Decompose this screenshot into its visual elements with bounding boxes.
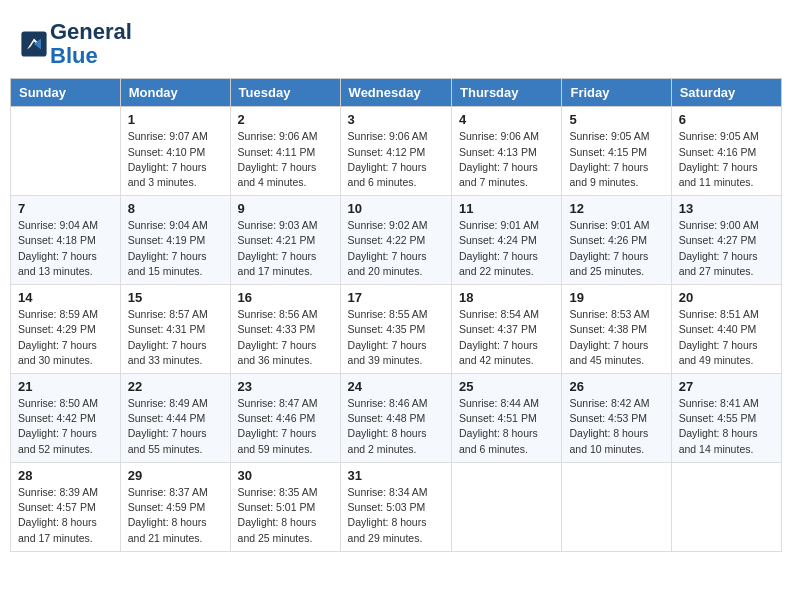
calendar-cell: 23Sunrise: 8:47 AM Sunset: 4:46 PM Dayli… (230, 374, 340, 463)
calendar-cell (562, 462, 671, 551)
calendar-cell: 18Sunrise: 8:54 AM Sunset: 4:37 PM Dayli… (452, 285, 562, 374)
day-info: Sunrise: 9:00 AM Sunset: 4:27 PM Dayligh… (679, 218, 774, 279)
day-info: Sunrise: 8:59 AM Sunset: 4:29 PM Dayligh… (18, 307, 113, 368)
col-header-monday: Monday (120, 79, 230, 107)
calendar-cell: 3Sunrise: 9:06 AM Sunset: 4:12 PM Daylig… (340, 107, 451, 196)
col-header-sunday: Sunday (11, 79, 121, 107)
day-number: 17 (348, 290, 444, 305)
calendar-cell: 25Sunrise: 8:44 AM Sunset: 4:51 PM Dayli… (452, 374, 562, 463)
calendar-cell: 9Sunrise: 9:03 AM Sunset: 4:21 PM Daylig… (230, 196, 340, 285)
day-info: Sunrise: 9:06 AM Sunset: 4:12 PM Dayligh… (348, 129, 444, 190)
calendar-cell: 8Sunrise: 9:04 AM Sunset: 4:19 PM Daylig… (120, 196, 230, 285)
calendar-cell: 20Sunrise: 8:51 AM Sunset: 4:40 PM Dayli… (671, 285, 781, 374)
calendar-cell: 14Sunrise: 8:59 AM Sunset: 4:29 PM Dayli… (11, 285, 121, 374)
day-info: Sunrise: 9:04 AM Sunset: 4:18 PM Dayligh… (18, 218, 113, 279)
calendar-cell: 10Sunrise: 9:02 AM Sunset: 4:22 PM Dayli… (340, 196, 451, 285)
day-number: 29 (128, 468, 223, 483)
day-info: Sunrise: 9:01 AM Sunset: 4:26 PM Dayligh… (569, 218, 663, 279)
day-info: Sunrise: 8:47 AM Sunset: 4:46 PM Dayligh… (238, 396, 333, 457)
calendar-cell: 13Sunrise: 9:00 AM Sunset: 4:27 PM Dayli… (671, 196, 781, 285)
day-info: Sunrise: 8:53 AM Sunset: 4:38 PM Dayligh… (569, 307, 663, 368)
logo: General Blue (20, 20, 132, 68)
day-info: Sunrise: 8:42 AM Sunset: 4:53 PM Dayligh… (569, 396, 663, 457)
day-info: Sunrise: 9:02 AM Sunset: 4:22 PM Dayligh… (348, 218, 444, 279)
day-number: 6 (679, 112, 774, 127)
day-number: 13 (679, 201, 774, 216)
day-number: 20 (679, 290, 774, 305)
col-header-friday: Friday (562, 79, 671, 107)
day-info: Sunrise: 8:46 AM Sunset: 4:48 PM Dayligh… (348, 396, 444, 457)
week-row-1: 1Sunrise: 9:07 AM Sunset: 4:10 PM Daylig… (11, 107, 782, 196)
week-row-2: 7Sunrise: 9:04 AM Sunset: 4:18 PM Daylig… (11, 196, 782, 285)
day-info: Sunrise: 9:06 AM Sunset: 4:13 PM Dayligh… (459, 129, 554, 190)
calendar-cell: 11Sunrise: 9:01 AM Sunset: 4:24 PM Dayli… (452, 196, 562, 285)
day-number: 31 (348, 468, 444, 483)
day-number: 28 (18, 468, 113, 483)
calendar-cell: 12Sunrise: 9:01 AM Sunset: 4:26 PM Dayli… (562, 196, 671, 285)
calendar-header-row: SundayMondayTuesdayWednesdayThursdayFrid… (11, 79, 782, 107)
logo-icon (20, 30, 48, 58)
day-number: 1 (128, 112, 223, 127)
day-number: 18 (459, 290, 554, 305)
calendar-cell: 6Sunrise: 9:05 AM Sunset: 4:16 PM Daylig… (671, 107, 781, 196)
calendar-cell: 16Sunrise: 8:56 AM Sunset: 4:33 PM Dayli… (230, 285, 340, 374)
page-header: General Blue (10, 10, 782, 73)
day-number: 23 (238, 379, 333, 394)
day-number: 22 (128, 379, 223, 394)
day-info: Sunrise: 9:07 AM Sunset: 4:10 PM Dayligh… (128, 129, 223, 190)
logo-text: General Blue (50, 20, 132, 68)
day-info: Sunrise: 8:35 AM Sunset: 5:01 PM Dayligh… (238, 485, 333, 546)
day-number: 7 (18, 201, 113, 216)
calendar-cell: 30Sunrise: 8:35 AM Sunset: 5:01 PM Dayli… (230, 462, 340, 551)
day-info: Sunrise: 9:06 AM Sunset: 4:11 PM Dayligh… (238, 129, 333, 190)
calendar-cell: 2Sunrise: 9:06 AM Sunset: 4:11 PM Daylig… (230, 107, 340, 196)
calendar-cell: 15Sunrise: 8:57 AM Sunset: 4:31 PM Dayli… (120, 285, 230, 374)
day-info: Sunrise: 8:34 AM Sunset: 5:03 PM Dayligh… (348, 485, 444, 546)
calendar-cell: 1Sunrise: 9:07 AM Sunset: 4:10 PM Daylig… (120, 107, 230, 196)
calendar-cell: 29Sunrise: 8:37 AM Sunset: 4:59 PM Dayli… (120, 462, 230, 551)
calendar-cell: 4Sunrise: 9:06 AM Sunset: 4:13 PM Daylig… (452, 107, 562, 196)
calendar-cell (452, 462, 562, 551)
col-header-saturday: Saturday (671, 79, 781, 107)
day-number: 8 (128, 201, 223, 216)
col-header-wednesday: Wednesday (340, 79, 451, 107)
day-number: 9 (238, 201, 333, 216)
day-number: 30 (238, 468, 333, 483)
calendar-cell: 7Sunrise: 9:04 AM Sunset: 4:18 PM Daylig… (11, 196, 121, 285)
day-info: Sunrise: 9:04 AM Sunset: 4:19 PM Dayligh… (128, 218, 223, 279)
day-number: 14 (18, 290, 113, 305)
day-number: 15 (128, 290, 223, 305)
day-number: 11 (459, 201, 554, 216)
day-info: Sunrise: 9:05 AM Sunset: 4:16 PM Dayligh… (679, 129, 774, 190)
calendar-cell: 26Sunrise: 8:42 AM Sunset: 4:53 PM Dayli… (562, 374, 671, 463)
day-info: Sunrise: 8:54 AM Sunset: 4:37 PM Dayligh… (459, 307, 554, 368)
calendar-cell: 5Sunrise: 9:05 AM Sunset: 4:15 PM Daylig… (562, 107, 671, 196)
calendar-cell (11, 107, 121, 196)
calendar-cell: 27Sunrise: 8:41 AM Sunset: 4:55 PM Dayli… (671, 374, 781, 463)
calendar-cell: 22Sunrise: 8:49 AM Sunset: 4:44 PM Dayli… (120, 374, 230, 463)
day-number: 19 (569, 290, 663, 305)
day-number: 27 (679, 379, 774, 394)
calendar-body: 1Sunrise: 9:07 AM Sunset: 4:10 PM Daylig… (11, 107, 782, 551)
day-info: Sunrise: 8:37 AM Sunset: 4:59 PM Dayligh… (128, 485, 223, 546)
day-number: 21 (18, 379, 113, 394)
col-header-thursday: Thursday (452, 79, 562, 107)
day-number: 3 (348, 112, 444, 127)
calendar-cell: 28Sunrise: 8:39 AM Sunset: 4:57 PM Dayli… (11, 462, 121, 551)
day-info: Sunrise: 9:03 AM Sunset: 4:21 PM Dayligh… (238, 218, 333, 279)
calendar-cell (671, 462, 781, 551)
day-info: Sunrise: 8:44 AM Sunset: 4:51 PM Dayligh… (459, 396, 554, 457)
day-number: 26 (569, 379, 663, 394)
calendar-cell: 31Sunrise: 8:34 AM Sunset: 5:03 PM Dayli… (340, 462, 451, 551)
day-info: Sunrise: 8:56 AM Sunset: 4:33 PM Dayligh… (238, 307, 333, 368)
day-info: Sunrise: 8:55 AM Sunset: 4:35 PM Dayligh… (348, 307, 444, 368)
day-info: Sunrise: 8:51 AM Sunset: 4:40 PM Dayligh… (679, 307, 774, 368)
col-header-tuesday: Tuesday (230, 79, 340, 107)
calendar-cell: 17Sunrise: 8:55 AM Sunset: 4:35 PM Dayli… (340, 285, 451, 374)
day-info: Sunrise: 9:05 AM Sunset: 4:15 PM Dayligh… (569, 129, 663, 190)
day-number: 12 (569, 201, 663, 216)
day-number: 5 (569, 112, 663, 127)
day-number: 2 (238, 112, 333, 127)
calendar-cell: 21Sunrise: 8:50 AM Sunset: 4:42 PM Dayli… (11, 374, 121, 463)
week-row-5: 28Sunrise: 8:39 AM Sunset: 4:57 PM Dayli… (11, 462, 782, 551)
